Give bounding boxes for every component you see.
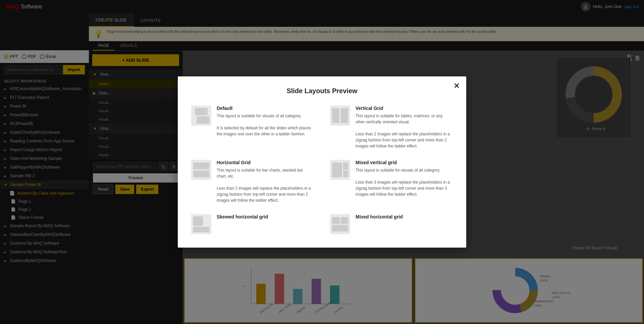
layout-info-vertical: Vertical Grid This layout is suitable fo… — [356, 106, 453, 149]
modal-title: Slide Layouts Preview — [191, 87, 453, 95]
layout-info-mixed-vertical: Mixed vertical grid This layout is suita… — [356, 160, 453, 197]
layout-desc-horizontal: This layout is suitable for bar charts, … — [217, 167, 314, 203]
modal-close-button[interactable]: ✕ — [453, 82, 460, 90]
layout-name-mixed-horizontal: Mixed horizontal grid — [356, 214, 403, 219]
modal-dialog: Slide Layouts Preview ✕ Default This lay… — [178, 76, 466, 248]
layout-item-mixed-horizontal: Mixed horizontal grid — [330, 214, 453, 234]
layout-item-horizontal: Horizontal Grid This layout is suitable … — [191, 160, 314, 203]
layout-info-skewed: Skewed horizontal grid — [217, 214, 268, 221]
layout-name-vertical: Vertical Grid — [356, 106, 453, 111]
layout-thumb-horizontal — [191, 160, 211, 180]
layout-info-mixed-horizontal: Mixed horizontal grid — [356, 214, 403, 221]
layout-desc-mixed-vertical: This layout is suitable for visuals of a… — [356, 167, 453, 197]
layout-name-skewed: Skewed horizontal grid — [217, 214, 268, 219]
layout-info-default: Default This layout is suitable for visu… — [217, 106, 314, 137]
layout-name-default: Default — [217, 106, 314, 111]
layout-grid: Default This layout is suitable for visu… — [191, 106, 453, 234]
layout-item-mixed-vertical: Mixed vertical grid This layout is suita… — [330, 160, 453, 203]
layout-thumb-skewed — [191, 214, 211, 234]
layout-desc-vertical: This layout is suitable for tables, matr… — [356, 113, 453, 149]
layout-item-vertical: Vertical Grid This layout is suitable fo… — [330, 106, 453, 149]
layout-thumb-mixed-horizontal — [330, 214, 350, 234]
layout-thumb-vertical — [330, 106, 350, 126]
layout-info-horizontal: Horizontal Grid This layout is suitable … — [217, 160, 314, 203]
layout-name-horizontal: Horizontal Grid — [217, 160, 314, 165]
layout-name-mixed-vertical: Mixed vertical grid — [356, 160, 453, 165]
layout-item-default: Default This layout is suitable for visu… — [191, 106, 314, 149]
modal-overlay: Slide Layouts Preview ✕ Default This lay… — [0, 0, 644, 324]
layout-item-skewed: Skewed horizontal grid — [191, 214, 314, 234]
layout-desc-default: This layout is suitable for visuals of a… — [217, 113, 314, 137]
layout-thumb-default — [191, 106, 211, 126]
layout-thumb-mixed-vertical — [330, 160, 350, 180]
